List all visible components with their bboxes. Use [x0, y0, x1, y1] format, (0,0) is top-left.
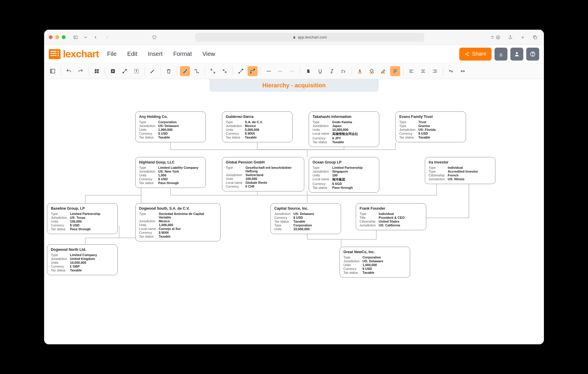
refresh-icon[interactable]	[490, 36, 494, 39]
collapse-button[interactable]	[220, 66, 230, 76]
bold-button[interactable]	[303, 66, 313, 76]
line-solid-button[interactable]	[264, 66, 274, 76]
line-dashed-button[interactable]	[275, 66, 285, 76]
node-title: Gutiérrez-Sierra	[226, 115, 289, 119]
shield-icon[interactable]	[150, 34, 158, 41]
text-box-button[interactable]	[131, 66, 141, 76]
browser-window: app.lexchart.com lexchart File Edit Inse…	[44, 30, 544, 344]
line-dotted-button[interactable]	[287, 66, 297, 76]
svg-rect-14	[51, 69, 52, 73]
italic-button[interactable]	[327, 66, 337, 76]
main-menu: File Edit Insert Format View	[107, 51, 215, 57]
org-node[interactable]: Highland Goup, LLCTypeLimited Liability …	[135, 157, 206, 188]
org-node[interactable]: Ira InvestorTypeIndividualTypeAccredited…	[425, 157, 495, 184]
trash-button[interactable]	[164, 66, 174, 76]
panel-toggle-button[interactable]	[48, 66, 58, 76]
org-node[interactable]: Dogwood North Ltd.TypeLimited CompanyJur…	[47, 244, 118, 275]
node-fields: TypeIndividualTypeAccredited InvestorCit…	[429, 166, 478, 181]
forward-button[interactable]	[103, 34, 111, 41]
org-node[interactable]: Gutiérrez-SierraTypeS.A. de C.V.Jurisdic…	[222, 111, 293, 142]
address-bar[interactable]: app.lexchart.com	[195, 33, 424, 42]
align-left-button[interactable]	[406, 66, 416, 76]
svg-point-20	[123, 72, 123, 73]
download-button[interactable]	[495, 48, 507, 61]
svg-rect-16	[97, 69, 99, 71]
svg-rect-6	[534, 36, 537, 39]
account-button[interactable]	[510, 48, 523, 61]
svg-rect-17	[95, 71, 96, 73]
expand-button[interactable]	[208, 66, 218, 76]
node-fields: TypeLimited Liability CompanyJurisdictio…	[139, 166, 198, 185]
bring-front-button[interactable]	[446, 66, 456, 76]
text-color-button[interactable]	[355, 66, 365, 76]
org-node[interactable]: Evans Family TrustTypeTrustTypeGrantorJu…	[395, 111, 466, 142]
menu-insert[interactable]: Insert	[148, 51, 163, 57]
svg-rect-0	[74, 36, 77, 39]
window-controls	[49, 35, 66, 39]
node-title: Baseline Group, LP	[51, 206, 114, 211]
logo-mark-icon	[49, 49, 61, 59]
node-fields: TypeGodo KaishaJurisdictionJapanUnits10,…	[313, 120, 358, 144]
org-node[interactable]: Takahashi InformationTypeGodo KaishaJuri…	[309, 111, 379, 147]
redo-button[interactable]	[76, 66, 86, 76]
elbow-connector-button[interactable]	[248, 66, 258, 76]
node-title: Dogwood South, S.A. de C.V.	[139, 206, 217, 211]
org-node[interactable]: Frank FounderTypeIndividualTitlePresiden…	[356, 203, 426, 230]
send-back-button[interactable]	[458, 66, 468, 76]
node-title: Highland Goup, LLC	[139, 160, 202, 164]
svg-point-21	[126, 69, 126, 70]
org-node[interactable]: Capital Source, Inc.JurisdictionUS: Dela…	[270, 203, 341, 234]
svg-point-12	[532, 55, 533, 56]
auto-layout-button[interactable]	[192, 66, 202, 76]
org-node[interactable]: Baseline Group, LPTypeLimited Partnershi…	[47, 203, 118, 234]
grid-button[interactable]	[92, 66, 102, 76]
tabs-icon[interactable]	[531, 34, 539, 41]
menu-format[interactable]: Format	[173, 51, 192, 57]
border-color-button[interactable]	[378, 66, 388, 76]
maximize-window-button[interactable]	[62, 35, 66, 39]
share-nodes-icon	[465, 51, 470, 57]
lexchart-logo[interactable]: lexchart	[49, 48, 99, 60]
pencil-icon[interactable]	[148, 66, 158, 76]
menu-view[interactable]: View	[202, 51, 215, 57]
connector-button[interactable]	[120, 66, 130, 76]
svg-rect-31	[370, 73, 373, 74]
org-node[interactable]: Ocean Group LPTypeLimited PartnershipJur…	[309, 157, 379, 193]
org-node[interactable]: Global Pension GmbHTypeGesellschaft mit …	[222, 157, 304, 191]
highlight-button[interactable]	[390, 66, 400, 76]
chart-canvas[interactable]: Hierarchy - acquisition	[44, 79, 544, 344]
svg-point-25	[250, 72, 251, 73]
node-title: Ocean Group LP	[313, 160, 375, 164]
back-button[interactable]	[91, 34, 100, 41]
underline-button[interactable]	[315, 66, 325, 76]
menu-edit[interactable]: Edit	[127, 51, 137, 57]
font-size-button[interactable]	[339, 66, 349, 76]
share-button[interactable]: Share	[459, 48, 492, 61]
node-title: Global Pension GmbH	[226, 160, 300, 164]
share-icon[interactable]	[506, 34, 514, 41]
add-node-button[interactable]	[108, 66, 118, 76]
node-title: Capital Source, Inc.	[274, 206, 337, 211]
dropdown-chevron-icon[interactable]	[83, 34, 88, 41]
node-title: Takahashi Information	[313, 115, 375, 119]
node-fields: TypeLimited CompanyJurisdictionUnited Ki…	[51, 253, 97, 272]
node-fields: TypeLimited PartnershipJurisdictionUS: T…	[51, 212, 100, 231]
new-tab-icon[interactable]	[519, 34, 527, 41]
downloads-icon[interactable]	[494, 34, 502, 41]
fill-color-button[interactable]	[367, 66, 377, 76]
curved-connector-button[interactable]	[236, 66, 246, 76]
magic-wand-button[interactable]	[180, 66, 190, 76]
undo-button[interactable]	[64, 66, 74, 76]
org-node[interactable]: Great NewCo, Inc.TypeCorporationJurisdic…	[340, 247, 410, 278]
align-right-button[interactable]	[430, 66, 440, 76]
close-window-button[interactable]	[49, 35, 53, 39]
sidebar-toggle-button[interactable]	[71, 34, 80, 41]
help-button[interactable]	[526, 48, 539, 61]
node-title: Any Holding Co.	[139, 115, 202, 119]
menu-file[interactable]: File	[107, 51, 116, 57]
minimize-window-button[interactable]	[55, 35, 59, 39]
org-node[interactable]: Any Holding Co.TypeCorporationJurisdicti…	[135, 111, 206, 142]
node-fields: TypeIndividualTitlePresident & CEOCitize…	[360, 212, 405, 227]
org-node[interactable]: Dogwood South, S.A. de C.V.TypeSociedad …	[135, 203, 220, 241]
align-center-button[interactable]	[418, 66, 428, 76]
